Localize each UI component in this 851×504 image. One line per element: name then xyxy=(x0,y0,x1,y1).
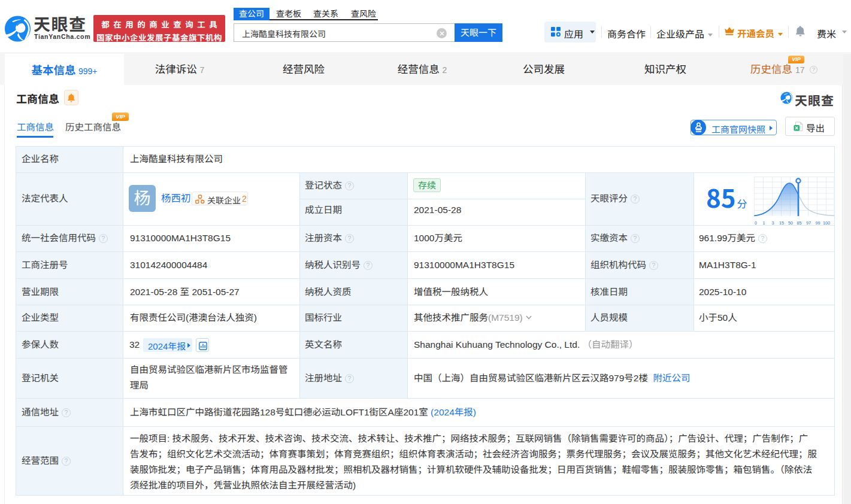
svg-text:0: 0 xyxy=(755,220,757,226)
svg-text:1: 1 xyxy=(762,220,765,226)
svg-text:3: 3 xyxy=(771,220,774,226)
svg-text:85: 85 xyxy=(797,220,801,226)
svg-text:97: 97 xyxy=(806,220,811,226)
svg-text:15: 15 xyxy=(779,220,784,226)
svg-text:100: 100 xyxy=(823,220,830,226)
svg-text:50: 50 xyxy=(788,220,793,226)
svg-text:99: 99 xyxy=(815,220,820,226)
